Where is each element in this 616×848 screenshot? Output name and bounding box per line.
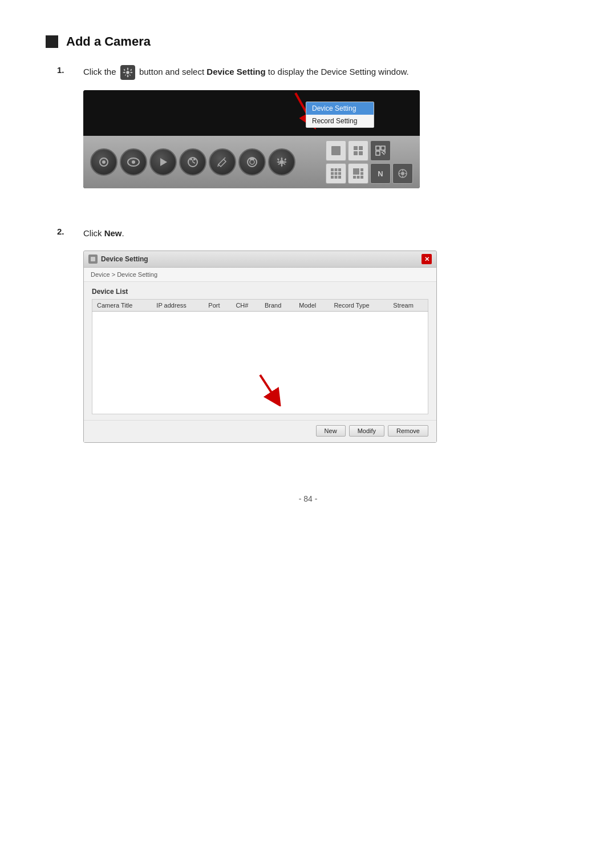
new-button[interactable]: New <box>316 425 346 437</box>
schedule-toolbar-btn[interactable] <box>179 148 206 176</box>
dialog-title: Device Setting <box>88 255 148 264</box>
toolbar-row: N <box>83 136 420 188</box>
step-2-text-part: Click <box>83 228 104 238</box>
svg-line-13 <box>224 158 225 159</box>
svg-rect-31 <box>331 172 334 175</box>
nine-grid-btn[interactable] <box>326 163 346 184</box>
svg-rect-41 <box>357 176 360 179</box>
svg-rect-39 <box>360 172 363 175</box>
grid-row-2: N <box>326 163 413 184</box>
svg-rect-30 <box>338 168 341 171</box>
col-camera-title: Camera Title <box>92 300 152 312</box>
menu-item-device-setting[interactable]: Device Setting <box>306 102 374 115</box>
screenshot-2-wrapper: Device Setting ✕ Device > Device Setting… <box>83 251 437 460</box>
dialog-title-icon <box>88 255 98 264</box>
device-list-label: Device List <box>92 288 428 296</box>
svg-point-9 <box>190 158 192 160</box>
svg-rect-33 <box>338 172 341 175</box>
svg-rect-28 <box>331 168 334 171</box>
svg-point-10 <box>193 158 196 160</box>
svg-line-51 <box>260 375 276 399</box>
step-1-text-part3: to display the Device Setting window. <box>268 67 409 76</box>
menu-item-record-setting[interactable]: Record Setting <box>306 115 374 127</box>
grid-row-1 <box>326 140 413 161</box>
svg-rect-22 <box>354 151 358 155</box>
step-2-text: Click New. <box>83 227 570 240</box>
n-view-btn[interactable]: N <box>370 163 391 184</box>
special-btn[interactable] <box>392 163 413 184</box>
device-table-header-row: Camera Title IP address Port CH# Brand M… <box>92 300 428 312</box>
svg-rect-26 <box>376 151 380 155</box>
svg-line-27 <box>382 152 384 155</box>
svg-rect-19 <box>331 146 341 155</box>
svg-rect-32 <box>335 172 338 175</box>
camera-toolbar-btn[interactable] <box>90 148 117 176</box>
svg-rect-29 <box>335 168 338 171</box>
camera2-toolbar-btn[interactable] <box>238 148 266 176</box>
col-stream: Stream <box>388 300 428 312</box>
step-1-text: Click the button and selec <box>83 65 570 80</box>
svg-rect-40 <box>353 176 356 179</box>
eye-toolbar-btn[interactable] <box>120 148 147 176</box>
svg-point-0 <box>126 71 129 74</box>
single-view-btn[interactable] <box>326 140 346 161</box>
step-1-number: 1. <box>57 65 73 211</box>
top-bar: Device Setting Record Setting <box>83 90 420 136</box>
svg-rect-49 <box>91 257 95 261</box>
svg-rect-21 <box>359 146 363 150</box>
partial-grid-btn[interactable] <box>348 163 368 184</box>
col-ch: CH# <box>231 300 260 312</box>
col-brand: Brand <box>260 300 294 312</box>
svg-line-14 <box>218 164 218 167</box>
dialog-close-btn[interactable]: ✕ <box>422 254 432 264</box>
dropdown-menu: Device Setting Record Setting <box>306 102 374 128</box>
dialog-title-text: Device Setting <box>101 255 148 263</box>
screenshot-1-wrapper: Device Setting Record Setting <box>83 90 420 209</box>
step-2: 2. Click New. Dev <box>57 227 570 460</box>
page-number: - 84 - <box>46 494 570 503</box>
svg-rect-25 <box>381 146 385 150</box>
svg-point-44 <box>401 172 404 175</box>
step-1-bold: Device Setting <box>206 67 265 76</box>
step-2-bold: New <box>104 228 122 238</box>
svg-rect-42 <box>360 176 363 179</box>
quad-view-btn[interactable] <box>348 140 368 161</box>
section-title: Add a Camera <box>66 34 151 49</box>
step-1-content: Click the button and selec <box>83 65 570 211</box>
step-2-number: 2. <box>57 227 73 460</box>
svg-rect-38 <box>360 168 363 171</box>
svg-rect-23 <box>359 151 363 155</box>
dialog-footer: New Modify Remove <box>84 420 436 442</box>
step-1: 1. Click the <box>57 65 570 211</box>
svg-point-6 <box>132 160 135 164</box>
section-heading: Add a Camera <box>46 34 570 49</box>
svg-marker-7 <box>160 158 167 166</box>
remove-button[interactable]: Remove <box>388 425 428 437</box>
step-2-text-end: . <box>122 228 124 238</box>
play-toolbar-btn[interactable] <box>149 148 177 176</box>
col-record-type: Record Type <box>329 300 388 312</box>
svg-rect-17 <box>250 158 254 160</box>
svg-point-16 <box>250 160 254 164</box>
step-2-content: Click New. Device Setting <box>83 227 570 460</box>
dialog-breadcrumb: Device > Device Setting <box>84 268 436 282</box>
edit-toolbar-btn[interactable] <box>209 148 236 176</box>
svg-rect-36 <box>338 176 341 179</box>
toolbar-buttons <box>90 148 295 176</box>
step-1-text-part2: button and select <box>139 67 204 76</box>
dialog-titlebar: Device Setting ✕ <box>84 251 436 268</box>
fullscreen-btn[interactable] <box>370 140 391 161</box>
page: Add a Camera 1. Click the <box>0 0 616 538</box>
svg-point-4 <box>102 160 106 164</box>
section-bullet <box>46 35 58 48</box>
gear-toolbar-btn[interactable] <box>268 148 295 176</box>
svg-rect-24 <box>376 146 380 150</box>
svg-rect-37 <box>353 168 359 175</box>
screenshot-1: Device Setting Record Setting <box>83 90 420 188</box>
red-arrow-2 <box>254 372 289 408</box>
modify-button[interactable]: Modify <box>349 425 384 437</box>
svg-rect-34 <box>331 176 334 179</box>
step-1-text-part1: Click the <box>83 67 116 76</box>
col-ip-address: IP address <box>152 300 204 312</box>
toolbar-right-buttons: N <box>326 140 413 184</box>
